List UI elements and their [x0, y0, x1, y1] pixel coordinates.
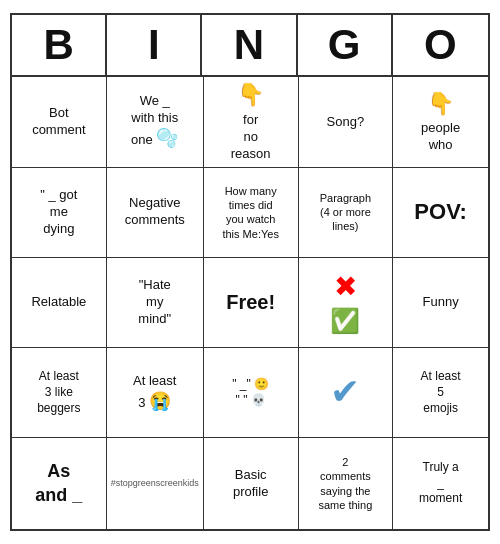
- bingo-card: B I N G O Botcomment We _with thisone 🫧 …: [10, 13, 490, 530]
- pointing-down-icon-2: 👇: [427, 90, 454, 119]
- cell-text: Paragraph(4 or morelines): [320, 191, 371, 234]
- cell-r2c4: Paragraph(4 or morelines): [299, 168, 394, 258]
- bingo-header: B I N G O: [12, 15, 488, 77]
- cell-r5c2: #stopgreenscreenkids: [107, 438, 204, 528]
- cell-text: We _with thisone 🫧: [131, 93, 178, 150]
- pointing-down-icon: 👇: [237, 81, 264, 110]
- cell-r3c4: ✖ ✅: [299, 258, 394, 348]
- cell-r5c5: Truly a_moment: [393, 438, 488, 528]
- cell-text: Truly a_moment: [419, 460, 462, 507]
- cell-text: Negativecomments: [125, 195, 185, 229]
- cell-r3c2: "Hatemymind": [107, 258, 204, 348]
- free-space-label: Free!: [226, 289, 275, 315]
- cell-text: " _" 🙂" " 💀: [232, 377, 269, 408]
- checkmark-icon: ✔: [330, 369, 360, 416]
- letter-g: G: [298, 15, 393, 75]
- cell-r3c3-free: Free!: [204, 258, 299, 348]
- cell-text: fornoreason: [231, 112, 271, 163]
- cell-r1c5: 👇 peoplewho: [393, 77, 488, 167]
- cell-r2c3: How manytimes didyou watchthis Me:Yes: [204, 168, 299, 258]
- x-icon: ✖: [334, 269, 357, 305]
- cell-r1c2: We _with thisone 🫧: [107, 77, 204, 167]
- cell-text: POV:: [414, 198, 467, 227]
- cell-text: peoplewho: [421, 120, 460, 154]
- letter-n: N: [202, 15, 297, 75]
- cell-r2c2: Negativecomments: [107, 168, 204, 258]
- cell-text: How manytimes didyou watchthis Me:Yes: [222, 184, 278, 241]
- cell-text: At least3 likebeggers: [37, 369, 80, 416]
- cell-text: Funny: [423, 294, 459, 311]
- cell-r3c1: Relatable: [12, 258, 107, 348]
- cell-text: Botcomment: [32, 105, 85, 139]
- cell-r3c5: Funny: [393, 258, 488, 348]
- cell-text: Song?: [327, 114, 365, 131]
- cell-r1c3: 👇 fornoreason: [204, 77, 299, 167]
- cell-text: Asand _: [35, 460, 82, 507]
- cell-r4c1: At least3 likebeggers: [12, 348, 107, 438]
- cell-r2c5: POV:: [393, 168, 488, 258]
- cell-text: Basicprofile: [233, 467, 268, 501]
- cell-r4c5: At least5emojis: [393, 348, 488, 438]
- cell-text: #stopgreenscreenkids: [111, 478, 199, 490]
- cell-text: Relatable: [31, 294, 86, 311]
- cell-r5c4: 2commentssaying thesame thing: [299, 438, 394, 528]
- cell-text: " _ gotmedying: [40, 187, 77, 238]
- cell-r2c1: " _ gotmedying: [12, 168, 107, 258]
- letter-i: I: [107, 15, 202, 75]
- cell-text: At least5emojis: [421, 369, 461, 416]
- cell-r4c3: " _" 🙂" " 💀: [204, 348, 299, 438]
- bingo-grid: Botcomment We _with thisone 🫧 👇 fornorea…: [12, 77, 488, 528]
- cell-text: 2commentssaying thesame thing: [318, 455, 372, 512]
- cell-text: "Hatemymind": [138, 277, 171, 328]
- letter-b: B: [12, 15, 107, 75]
- check-icon: ✅: [330, 305, 360, 336]
- cell-r5c1: Asand _: [12, 438, 107, 528]
- cell-text: At least3 😭: [133, 373, 176, 413]
- letter-o: O: [393, 15, 488, 75]
- cell-r5c3: Basicprofile: [204, 438, 299, 528]
- cell-r1c4: Song?: [299, 77, 394, 167]
- cell-r4c2: At least3 😭: [107, 348, 204, 438]
- cell-r4c4: ✔: [299, 348, 394, 438]
- cell-r1c1: Botcomment: [12, 77, 107, 167]
